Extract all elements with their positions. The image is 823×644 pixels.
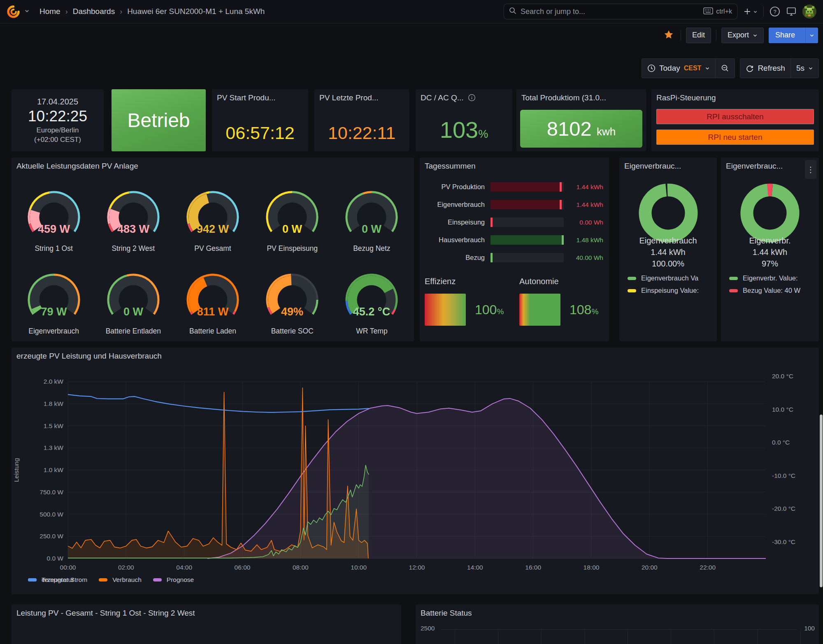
panel-dc-ac: DC / AC Q... 103% (416, 89, 512, 151)
effizienz-value: 100% (475, 302, 504, 317)
user-avatar[interactable] (802, 5, 816, 19)
gauge-label: PV Einspeisung (267, 244, 318, 253)
gauge-label: String 1 Ost (35, 244, 72, 253)
refresh-button[interactable]: Refresh (740, 59, 790, 78)
bar-gauge (491, 253, 564, 262)
nav-divider (763, 6, 764, 17)
time-series-plot[interactable]: 2.0 kW1.8 kW1.5 kW1.3 kW1.0 kW750.0 W500… (12, 347, 819, 594)
breadcrumb-dashboards[interactable]: Dashboards (73, 7, 115, 16)
dc-ac-value: 103% (416, 116, 512, 143)
share-button[interactable]: Share (769, 28, 818, 43)
y-axis-tick-right: 10.0 °C (772, 406, 793, 413)
refresh-interval-select[interactable]: 5s (790, 59, 818, 78)
inverter-status-value: Betrieb (127, 109, 190, 132)
gauge-label: Batterie Laden (189, 327, 236, 336)
y-axis-label: Leistung (13, 458, 20, 482)
bar-label: Eigenverbrauch (424, 201, 491, 208)
gauge-pv-gesamt: 942 WPV Gesamt (173, 175, 252, 258)
legend-item[interactable]: Bezug Value: 40 W (729, 287, 800, 294)
time-controls: Today CEST Refresh 5s (642, 58, 819, 78)
gauge-label: WR Temp (356, 327, 388, 336)
x-axis-tick: 20:00 (642, 564, 658, 571)
y-axis-tick: 2500 (421, 625, 435, 632)
panel-title: Leistung PV - Gesamt - String 1 Ost - St… (16, 609, 195, 618)
gauge-label: PV Gesamt (194, 244, 231, 253)
toolbar-divider (681, 30, 681, 41)
effizienz-block: Effizienz 100% (420, 277, 514, 326)
new-button[interactable] (743, 7, 758, 16)
monitor-icon[interactable] (786, 6, 797, 17)
top-nav: Home › Dashboards › Huawei 6er SUN2000-M… (0, 0, 823, 23)
legend-item[interactable]: Temperatur (28, 576, 74, 584)
gridline (441, 629, 797, 630)
search-input[interactable]: Search or jump to... ctrl+k (504, 4, 737, 19)
x-axis-tick: 12:00 (409, 564, 425, 571)
panel-total-production: Total Produktiom (31.0... 8102 kwh (516, 89, 646, 151)
breadcrumb-separator: › (65, 7, 68, 16)
svg-text:?: ? (773, 9, 776, 15)
bar-label: Bezug (424, 254, 491, 262)
keyboard-icon (703, 7, 713, 16)
page-scrollbar[interactable] (820, 415, 823, 587)
autonomie-value: 108% (570, 302, 598, 317)
gauge-label: Eigenverbrauch (28, 327, 79, 336)
legend-item[interactable]: Eigenverbr. Value: (729, 274, 800, 282)
rpi-shutdown-button[interactable]: RPI ausschalten (656, 109, 814, 124)
chevron-down-icon (705, 66, 710, 71)
series-prognose-area (207, 398, 766, 558)
chart-legend-right: Temperatur (28, 576, 795, 584)
panel-title: erzeugte PV Leistung und Hausverbrauch (16, 352, 162, 361)
donut-center-text: Eigenverbr.1.44 kWh97% (749, 235, 790, 269)
breadcrumb-current: Huawei 6er SUN2000-M1 + Luna 5kWh (127, 7, 265, 16)
panel-eigenverbrauch-donut-2: Eigenverbrauc... ⋮ Eigenverbr.1.44 kWh97… (721, 158, 819, 341)
org-chevron-icon[interactable] (24, 8, 30, 15)
rpi-restart-button[interactable]: RPI neu starten (656, 130, 814, 145)
x-axis-tick: 06:00 (235, 564, 251, 571)
panel-leistung-pv: Leistung PV - Gesamt - String 1 Ost - St… (12, 605, 401, 644)
export-button[interactable]: Export (721, 28, 764, 43)
gauge-eigenverbrauch: 79 WEigenverbrauch (14, 258, 93, 341)
toolbar-divider (716, 30, 716, 41)
gridline (584, 630, 585, 644)
autonomie-label: Autonomie (519, 277, 609, 286)
tagessummen-row: PV Produktion1.44 kWh (424, 178, 603, 196)
gridline (541, 630, 542, 644)
chevron-down-icon (808, 66, 813, 71)
favorite-star-icon[interactable] (663, 29, 674, 42)
bar-value: 0.00 Wh (564, 219, 603, 226)
help-icon[interactable]: ? (770, 6, 780, 17)
x-axis-tick: 08:00 (293, 564, 309, 571)
clock-offset: (+02:00 CEST) (34, 136, 81, 144)
breadcrumb-home[interactable]: Home (40, 7, 60, 16)
panel-inverter-status: Betrieb (112, 89, 206, 151)
bar-gauge (491, 218, 564, 227)
total-production-value: 8102 kwh (520, 110, 642, 148)
legend-item[interactable]: Einspeisung Value: (628, 287, 699, 294)
y-axis-tick: 1.3 kW (44, 444, 64, 451)
gridline (800, 630, 801, 644)
grafana-logo-icon[interactable] (7, 5, 20, 19)
tagessummen-row: Bezug40.00 Wh (424, 249, 603, 266)
bar-gauge (491, 182, 564, 192)
clock-time: 10:22:25 (28, 108, 87, 125)
time-range-picker[interactable]: Today CEST (642, 59, 715, 78)
legend-color-pill (628, 277, 636, 280)
y-axis-tick: 1.8 kW (44, 400, 64, 407)
clock-icon (647, 64, 656, 72)
info-icon[interactable] (468, 94, 476, 104)
dashboard-toolbar: Edit Export Share (0, 23, 823, 47)
legend-color-pill (729, 277, 738, 280)
panel-title: Total Produktiom (31.0... (521, 93, 606, 102)
x-axis-tick: 04:00 (176, 564, 192, 571)
panel-title: RasPi-Steuerung (656, 93, 716, 102)
zoom-out-button[interactable] (715, 59, 735, 78)
bar-value: 1.44 kWh (564, 201, 603, 208)
edit-button[interactable]: Edit (686, 28, 711, 43)
share-chevron-icon (805, 28, 818, 43)
gauge-value: 459 W (38, 223, 70, 235)
tagessummen-row: Eigenverbrauch1.44 kWh (424, 196, 603, 213)
y-axis-tick-right: -20.0 °C (772, 505, 795, 512)
panel-clock: 17.04.2025 10:22:25 Europe/Berlin (+02:0… (12, 89, 104, 151)
x-axis-tick: 02:00 (118, 564, 134, 571)
legend-item[interactable]: Eigenverbrauch Va (628, 274, 699, 282)
